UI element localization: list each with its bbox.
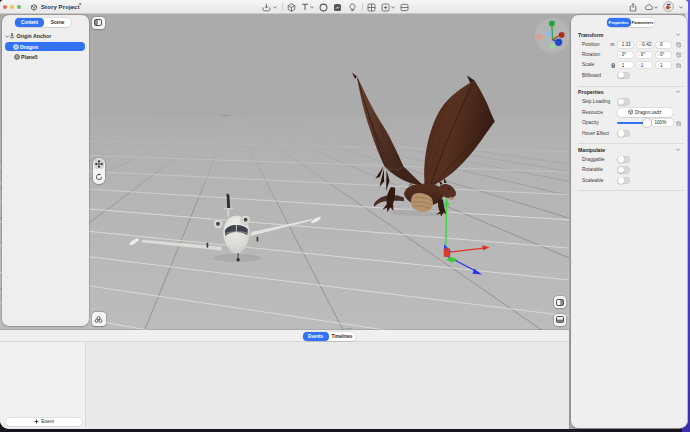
rotation-y-field[interactable]: y0° — [637, 52, 652, 58]
rotatable-toggle[interactable] — [617, 166, 630, 173]
tree-item-origin-anchor[interactable]: Origin Anchor — [3, 32, 83, 41]
gizmo-neg-y-axis[interactable] — [550, 44, 555, 49]
transform-section-title: Transform — [578, 32, 603, 38]
manipulate-section-title: Manipulate — [578, 147, 605, 153]
shape-ring-icon[interactable] — [318, 2, 329, 13]
position-unit: m — [611, 42, 615, 47]
resource-value: Dragon.usdz — [635, 110, 662, 115]
viewport-tool-selector — [93, 158, 105, 185]
section-divider — [578, 190, 684, 191]
draggable-toggle[interactable] — [617, 156, 630, 163]
position-label: Position — [582, 42, 599, 47]
hover-effect-toggle[interactable] — [617, 130, 630, 137]
import-icon[interactable] — [261, 2, 272, 13]
position-x-field[interactable]: x1.33 — [618, 42, 633, 48]
events-list-pane — [0, 342, 86, 428]
title-edited-mark: * — [79, 2, 81, 8]
toggle-right-sidebar-button[interactable] — [554, 296, 567, 308]
billboard-toggle[interactable] — [617, 72, 630, 79]
environment-button[interactable] — [92, 312, 106, 326]
transform-gizmo[interactable] — [444, 198, 490, 275]
toggle-bottom-panel-button[interactable] — [554, 314, 567, 326]
app-window: Story Project * — [0, 0, 688, 429]
move-tool-button[interactable] — [94, 159, 104, 169]
titlebar-chevron-icon[interactable] — [678, 2, 684, 13]
dragon-model[interactable] — [352, 73, 495, 217]
entity-icon — [13, 44, 19, 50]
position-y-field[interactable]: y-0.42 — [637, 42, 652, 48]
tab-timelines[interactable]: Timelines — [329, 332, 356, 341]
toggle-left-sidebar-button[interactable] — [92, 17, 105, 29]
scaleable-toggle[interactable] — [617, 177, 630, 184]
gizmo-neg-z-axis[interactable] — [546, 31, 551, 36]
resource-button[interactable]: Dragon.usdz — [617, 108, 673, 117]
opacity-label: Opacity — [582, 120, 599, 125]
light-icon[interactable] — [347, 2, 358, 13]
skip-loading-label: Skip Loading — [582, 99, 610, 104]
grid-icon[interactable] — [366, 2, 377, 13]
properties-collapse-chevron-icon[interactable] — [676, 90, 681, 94]
zoom-button[interactable] — [17, 5, 21, 9]
share-icon[interactable] — [627, 2, 638, 13]
properties-section-title: Properties — [578, 89, 604, 95]
gizmo-neg-x-axis[interactable] — [537, 34, 543, 40]
tree-item-label: Plane5 — [21, 54, 38, 60]
resource-label: Resource — [582, 110, 603, 115]
tab-properties[interactable]: Properties — [607, 18, 631, 28]
tree-item-label: Dragon — [20, 44, 38, 50]
minimize-button[interactable] — [10, 5, 14, 9]
gizmo-z-axis[interactable] — [555, 39, 562, 46]
rotation-z-field[interactable]: z0° — [656, 52, 671, 58]
inspector-panel: Properties Parameters Transform Position… — [571, 15, 688, 428]
manipulate-collapse-chevron-icon[interactable] — [676, 148, 681, 152]
transform-collapse-chevron-icon[interactable] — [676, 33, 681, 37]
bottom-tabs: Events Timelines — [303, 332, 356, 341]
scale-label: Scale — [582, 62, 594, 67]
cloud-chevron-icon[interactable] — [653, 2, 659, 13]
airplane-model[interactable] — [128, 193, 323, 262]
opacity-reset-icon[interactable] — [676, 121, 682, 127]
bottom-tabstrip: Events Timelines — [0, 330, 569, 342]
tree-item-plane5[interactable]: Plane5 — [5, 52, 85, 61]
scene-icon[interactable] — [332, 2, 343, 13]
opacity-slider-knob[interactable] — [643, 119, 650, 126]
entity-icon — [14, 54, 20, 60]
scale-z-field[interactable]: z1 — [656, 62, 671, 68]
close-button[interactable] — [3, 5, 7, 9]
position-reset-icon[interactable] — [676, 42, 682, 48]
hover-effect-label: Hover Effect — [582, 131, 609, 136]
tree-item-label: Origin Anchor — [17, 33, 52, 39]
rotatable-label: Rotatable — [582, 167, 603, 172]
draggable-label: Draggable — [582, 157, 605, 162]
rotation-x-field[interactable]: x0° — [618, 52, 633, 58]
window-title: Story Project — [41, 0, 80, 13]
scale-x-field[interactable]: x1 — [618, 62, 633, 68]
account-avatar[interactable] — [662, 1, 674, 13]
split-view-icon[interactable] — [399, 2, 410, 13]
scene-tree: Origin Anchor Dragon Plane5 — [2, 15, 89, 326]
skip-loading-toggle[interactable] — [617, 98, 630, 105]
tab-events[interactable]: Events — [303, 332, 329, 341]
rotation-label: Rotation — [582, 52, 600, 57]
scale-link-icon[interactable] — [611, 63, 616, 69]
rotate-tool-button[interactable] — [94, 172, 104, 182]
app-icon — [31, 4, 37, 11]
desktop-background: Story Project * — [0, 0, 690, 432]
object-library-icon[interactable] — [286, 2, 297, 13]
add-event-button[interactable]: Event — [6, 418, 82, 427]
text-tool-chevron-icon[interactable] — [309, 2, 315, 13]
anchor-icon — [9, 33, 15, 39]
position-z-field[interactable]: z0 — [656, 42, 671, 48]
tree-item-dragon[interactable]: Dragon — [5, 42, 85, 51]
scale-reset-icon[interactable] — [676, 63, 682, 69]
scale-y-field[interactable]: y1 — [637, 62, 652, 68]
add-frame-chevron-icon[interactable] — [390, 2, 396, 13]
title-bar: Story Project * — [0, 0, 688, 14]
orientation-gizmo[interactable] — [533, 16, 569, 56]
import-chevron-icon[interactable] — [272, 2, 278, 13]
tab-parameters[interactable]: Parameters — [631, 18, 655, 28]
opacity-value-field[interactable]: 100% — [652, 119, 674, 126]
events-editor-pane — [87, 342, 569, 428]
toolbar-divider — [282, 3, 283, 11]
rotation-reset-icon[interactable] — [676, 52, 682, 58]
